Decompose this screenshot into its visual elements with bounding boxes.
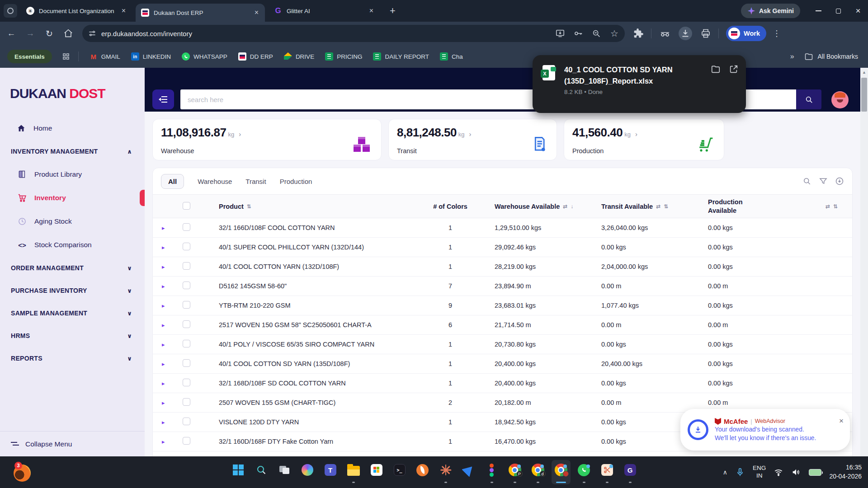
downloads-button[interactable] xyxy=(679,27,692,40)
bookmark-dd-erp[interactable]: DD ERP xyxy=(238,52,273,61)
start-button[interactable] xyxy=(229,460,248,484)
volume-icon[interactable] xyxy=(791,467,801,477)
column-transit[interactable]: Transit Available xyxy=(601,203,653,210)
figma-button[interactable] xyxy=(482,460,501,484)
row-checkbox[interactable] xyxy=(183,320,190,328)
close-notification-icon[interactable]: × xyxy=(839,417,844,426)
microsoft-store-button[interactable] xyxy=(367,460,386,484)
column-production[interactable]: Available xyxy=(708,207,736,214)
all-bookmarks-button[interactable]: All Bookmarks xyxy=(804,52,858,61)
microphone-icon[interactable] xyxy=(735,467,745,477)
file-explorer-button[interactable] xyxy=(344,460,363,484)
row-checkbox[interactable] xyxy=(183,243,190,250)
forward-button[interactable]: → xyxy=(23,26,38,41)
row-checkbox[interactable] xyxy=(183,359,190,367)
whatsapp-button[interactable] xyxy=(575,460,594,484)
download-filename[interactable]: 40_1 COOL COTTON SD YARN (135D_108F)_Rep… xyxy=(564,64,706,87)
swap-sort-icon[interactable]: ⇄ xyxy=(563,203,567,210)
tab-warehouse[interactable]: Warehouse xyxy=(198,178,232,185)
site-info-icon[interactable] xyxy=(88,29,97,38)
row-checkbox[interactable] xyxy=(183,340,190,347)
taskbar-search[interactable] xyxy=(252,460,271,484)
taskbar-clock[interactable]: 16:35 20-04-2026 xyxy=(829,463,862,481)
ask-gemini-button[interactable]: Ask Gemini xyxy=(741,4,800,18)
browser-menu-icon[interactable]: ⋮ xyxy=(773,28,781,38)
table-row[interactable]: ▸ 40/1 POLY / VISCOSE 65/35 SIRO COMPACT… xyxy=(153,335,853,354)
column-colors[interactable]: # of Colors xyxy=(410,195,491,218)
sidebar-section-inventory-management[interactable]: INVENTORY MANAGEMENT ∧ xyxy=(0,140,145,163)
extension-glasses-icon[interactable] xyxy=(660,28,670,39)
table-row[interactable]: ▸ 32/1 168D/108F SD COOL COTTON YARN 1 2… xyxy=(153,374,853,393)
row-checkbox[interactable] xyxy=(183,437,190,445)
taskbar-widget[interactable]: 3 xyxy=(14,462,33,482)
address-bar[interactable]: erp.dukaandost.com/inventory ☆ xyxy=(82,25,625,42)
scrollbar-thumb[interactable] xyxy=(861,78,867,112)
row-checkbox[interactable] xyxy=(183,398,190,406)
sort-icon[interactable]: ⇅ xyxy=(833,203,838,210)
table-row[interactable]: ▸ 40/1 SUPER COOL PHILLCOT YARN (132D/14… xyxy=(153,238,853,257)
bookmark-pricing[interactable]: PRICING xyxy=(325,52,362,61)
expand-row-icon[interactable]: ▸ xyxy=(156,322,165,328)
language-indicator[interactable]: ENG IN xyxy=(753,465,766,480)
swap-sort-icon[interactable]: ⇄ xyxy=(656,203,660,210)
copilot-button[interactable] xyxy=(298,460,317,484)
column-production[interactable]: Production xyxy=(708,198,743,206)
snipping-tool-button[interactable] xyxy=(598,460,617,484)
table-row[interactable]: ▸ 40/1 COOL COTTON SD YARN (135D/108F) 1… xyxy=(153,354,853,374)
password-key-icon[interactable] xyxy=(573,28,583,38)
chrome-active-button[interactable] xyxy=(552,460,571,484)
reload-button[interactable]: ↻ xyxy=(42,26,57,41)
bookmark-linkedin[interactable]: in LINKEDIN xyxy=(131,52,171,61)
stat-card-production[interactable]: 41,560.40kg› Production xyxy=(564,119,724,160)
table-row[interactable]: ▸ 40/1 COOL COTTON YARN (132D/108F) 1 28… xyxy=(153,257,853,277)
sidebar-section-purchase-inventory[interactable]: PURCHASE INVENTORY ∨ xyxy=(0,279,145,302)
sidebar-item-aging-stock[interactable]: Aging Stock xyxy=(0,210,145,233)
bookmark-essentials[interactable]: Essentials xyxy=(7,50,52,63)
chevron-right-icon[interactable]: › xyxy=(469,130,472,138)
page-scrollbar[interactable]: ▲ xyxy=(860,68,868,456)
tab-close-icon[interactable]: × xyxy=(120,7,127,15)
expand-row-icon[interactable]: ▸ xyxy=(156,244,165,251)
close-window-button[interactable]: × xyxy=(848,0,868,21)
sidebar-item-inventory[interactable]: Inventory xyxy=(0,186,145,210)
show-in-folder-icon[interactable] xyxy=(711,64,721,74)
filter-icon[interactable] xyxy=(819,177,828,186)
filter-menu-button[interactable] xyxy=(152,89,174,109)
export-download-icon[interactable] xyxy=(835,177,844,186)
expand-row-icon[interactable]: ▸ xyxy=(156,380,165,387)
install-app-icon[interactable] xyxy=(555,28,565,38)
bookmark-drive[interactable]: DRIVE xyxy=(284,52,314,61)
row-checkbox[interactable] xyxy=(183,223,190,231)
minimize-button[interactable] xyxy=(808,0,828,21)
open-file-icon[interactable] xyxy=(729,64,739,74)
expand-row-icon[interactable]: ▸ xyxy=(156,438,165,445)
bookmark-daily-report[interactable]: DAILY REPORT xyxy=(373,52,429,61)
teams-button[interactable]: T xyxy=(321,460,340,484)
table-row[interactable]: ▸ 2517 WOVEN 150 GSM 58" SC25050601 CHAR… xyxy=(153,315,853,335)
apps-grid-icon[interactable] xyxy=(62,52,70,61)
zoom-icon[interactable] xyxy=(591,28,601,38)
sort-desc-icon[interactable]: ↓ xyxy=(571,203,573,210)
starburst-app-button[interactable] xyxy=(436,460,455,484)
sort-icon[interactable]: ⇅ xyxy=(247,203,251,210)
row-checkbox[interactable] xyxy=(183,418,190,425)
expand-row-icon[interactable]: ▸ xyxy=(156,341,165,348)
expand-row-icon[interactable]: ▸ xyxy=(156,283,165,290)
sidebar-section-order-management[interactable]: ORDER MANAGEMENT ∨ xyxy=(0,257,145,279)
expand-row-icon[interactable]: ▸ xyxy=(156,302,165,309)
terminal-button[interactable]: >_ xyxy=(390,460,409,484)
sidebar-item-stock-comparison[interactable]: <> Stock Comparison xyxy=(0,233,145,257)
column-product[interactable]: Product xyxy=(219,203,244,210)
print-icon[interactable] xyxy=(700,28,711,39)
expand-row-icon[interactable]: ▸ xyxy=(156,263,165,270)
expand-row-icon[interactable]: ▸ xyxy=(156,225,165,231)
expand-row-icon[interactable]: ▸ xyxy=(156,361,165,367)
bookmarks-overflow-icon[interactable]: » xyxy=(790,52,794,61)
tab-close-icon[interactable]: × xyxy=(253,9,260,17)
home-button[interactable] xyxy=(61,26,76,41)
bookmark-whatsapp[interactable]: WHATSAPP xyxy=(182,52,227,61)
row-checkbox[interactable] xyxy=(183,301,190,309)
expand-row-icon[interactable]: ▸ xyxy=(156,419,165,426)
bookmark-cha[interactable]: Cha xyxy=(440,52,463,61)
tab-transit[interactable]: Transit xyxy=(245,178,266,185)
